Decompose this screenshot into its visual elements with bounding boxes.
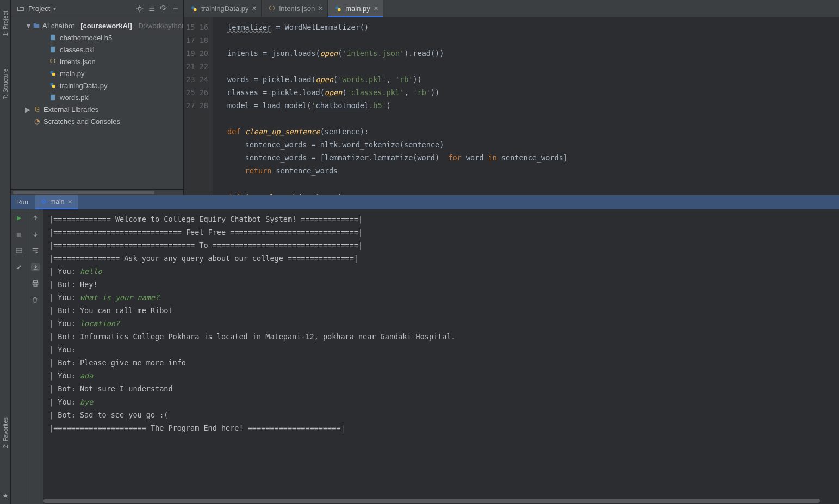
- svg-point-8: [163, 8, 165, 10]
- editor-tabs: trainingData.py✕intents.json✕main.py✕: [184, 0, 839, 17]
- project-root-path: D:\work\python\: [138, 22, 183, 30]
- libs-icon: ⎘: [33, 105, 41, 113]
- scroll-to-end-icon[interactable]: [31, 263, 40, 271]
- gear-icon[interactable]: [159, 4, 168, 13]
- project-tree: ▼ AI chatbot [courseworkAI] D:\work\pyth…: [11, 17, 183, 189]
- project-panel-title[interactable]: Project: [28, 4, 50, 13]
- file-intents-json[interactable]: intents.json: [11, 55, 183, 67]
- svg-rect-10: [51, 35, 55, 41]
- left-tool-strip: 1: Project 7: Structure 2: Favorites ★: [0, 0, 11, 504]
- collapse-icon[interactable]: [147, 4, 156, 13]
- svg-point-18: [194, 8, 197, 11]
- svg-rect-21: [17, 232, 21, 236]
- layout-icon[interactable]: [15, 246, 23, 255]
- tab-main-py[interactable]: main.py✕: [328, 0, 383, 17]
- pin-icon[interactable]: [15, 263, 23, 271]
- file-label: intents.json: [60, 58, 96, 66]
- tab-label: intents.json: [279, 4, 315, 13]
- file-icon: [49, 46, 58, 53]
- strip-structure[interactable]: 7: Structure: [2, 69, 9, 99]
- svg-rect-11: [51, 47, 55, 53]
- file-label: chatbotmodel.h5: [60, 34, 112, 42]
- down-arrow-icon[interactable]: [31, 230, 40, 239]
- trash-icon[interactable]: [31, 295, 40, 304]
- scratches-and-consoles[interactable]: ◔ Scratches and Consoles: [11, 115, 183, 127]
- run-toolbar-left: [11, 209, 27, 504]
- tab-label: trainingData.py: [201, 4, 248, 13]
- project-root-module: [courseworkAI]: [80, 22, 132, 30]
- project-root[interactable]: ▼ AI chatbot [courseworkAI] D:\work\pyth…: [11, 20, 183, 32]
- hide-icon[interactable]: [171, 4, 180, 13]
- svg-point-20: [338, 8, 341, 11]
- file-icon: [49, 70, 58, 77]
- console-hscrollbar[interactable]: [43, 499, 836, 503]
- run-header: Run: ⚙ main ✕: [11, 195, 839, 209]
- svg-point-13: [52, 73, 55, 76]
- scratches-icon: ◔: [33, 117, 41, 125]
- close-icon[interactable]: ✕: [374, 5, 378, 12]
- code-area[interactable]: 15 16 17 18 19 20 21 22 23 24 25 26 27 2…: [184, 17, 839, 195]
- file-icon: [49, 94, 58, 101]
- tab-trainingData-py[interactable]: trainingData.py✕: [184, 0, 262, 17]
- up-arrow-icon[interactable]: [31, 214, 40, 222]
- print-icon[interactable]: [31, 279, 40, 288]
- project-root-name: AI chatbot: [42, 22, 74, 30]
- file-type-icon: [268, 5, 276, 13]
- fold-gutter: [213, 17, 221, 195]
- svg-rect-16: [51, 95, 55, 101]
- external-libraries-label: External Libraries: [43, 105, 98, 114]
- svg-point-15: [52, 85, 55, 88]
- close-icon[interactable]: ✕: [252, 5, 257, 12]
- file-icon: [49, 82, 58, 89]
- file-classes-pkl[interactable]: classes.pkl: [11, 43, 183, 55]
- soft-wrap-icon[interactable]: [31, 246, 40, 255]
- file-type-icon: [190, 5, 198, 13]
- line-gutter: 15 16 17 18 19 20 21 22 23 24 25 26 27 2…: [184, 17, 213, 195]
- file-label: classes.pkl: [60, 46, 95, 54]
- run-toolbar-middle: [27, 209, 43, 504]
- project-hscrollbar[interactable]: [11, 189, 183, 195]
- file-icon: [49, 34, 58, 41]
- folder-icon: [33, 22, 40, 29]
- external-libraries[interactable]: ▶ ⎘ External Libraries: [11, 103, 183, 115]
- strip-project[interactable]: 1: Project: [2, 11, 9, 36]
- tab-label: main.py: [345, 4, 370, 13]
- file-label: words.pkl: [60, 94, 90, 102]
- locate-icon[interactable]: [135, 4, 144, 13]
- project-dir-icon: [16, 4, 25, 13]
- run-tab[interactable]: ⚙ main ✕: [35, 195, 78, 209]
- file-type-icon: [334, 5, 342, 13]
- run-title: Run:: [11, 198, 35, 206]
- file-label: main.py: [60, 70, 85, 78]
- run-tool-window: Run: ⚙ main ✕: [11, 195, 839, 504]
- file-chatbotmodel-h5[interactable]: chatbotmodel.h5: [11, 32, 183, 43]
- strip-favorites[interactable]: 2: Favorites: [2, 417, 9, 448]
- file-icon: [49, 58, 58, 65]
- svg-point-0: [138, 7, 141, 10]
- close-icon[interactable]: ✕: [67, 198, 72, 206]
- scratches-label: Scratches and Consoles: [43, 117, 120, 126]
- run-icon[interactable]: [15, 214, 23, 222]
- stop-icon[interactable]: [15, 230, 23, 239]
- code-text[interactable]: lemmatizer = WordNetLemmatizer() intents…: [221, 17, 839, 195]
- editor-area: trainingData.py✕intents.json✕main.py✕ 15…: [184, 0, 839, 195]
- file-main-py[interactable]: main.py: [11, 67, 183, 79]
- file-label: trainingData.py: [60, 82, 107, 90]
- project-panel: Project ▾ ▼: [11, 0, 184, 195]
- close-icon[interactable]: ✕: [318, 5, 323, 12]
- console-output[interactable]: |============= Welcome to College Equiry…: [43, 209, 839, 504]
- project-panel-header: Project ▾: [11, 0, 183, 17]
- tab-intents-json[interactable]: intents.json✕: [262, 0, 328, 17]
- file-words-pkl[interactable]: words.pkl: [11, 91, 183, 103]
- file-trainingData-py[interactable]: trainingData.py: [11, 79, 183, 91]
- run-tab-label: main: [50, 198, 64, 206]
- python-icon: ⚙: [41, 198, 47, 206]
